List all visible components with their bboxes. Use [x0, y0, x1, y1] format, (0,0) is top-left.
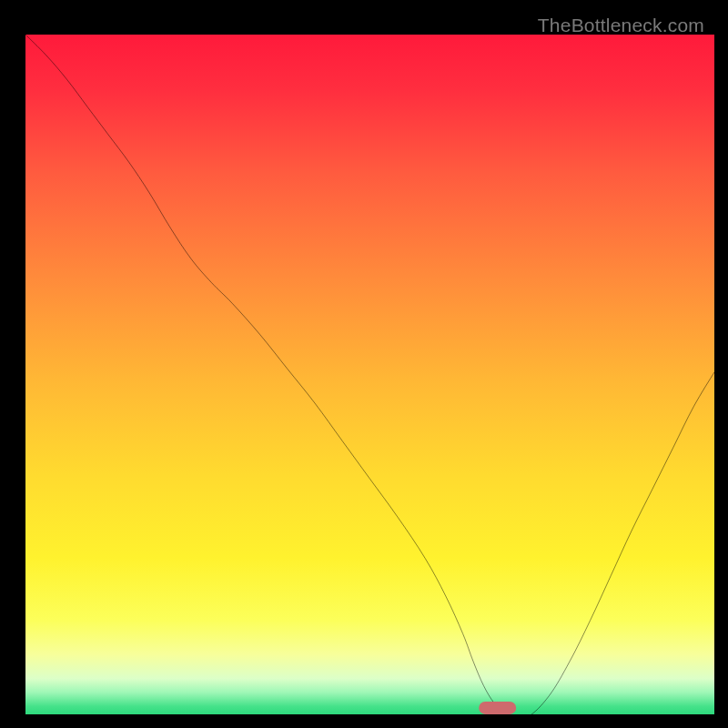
chart-frame: TheBottleneck.com [7, 7, 721, 721]
optimal-marker [479, 702, 517, 714]
plot-area [25, 35, 714, 714]
bottleneck-curve [25, 35, 714, 714]
watermark-label: TheBottleneck.com [538, 15, 704, 36]
